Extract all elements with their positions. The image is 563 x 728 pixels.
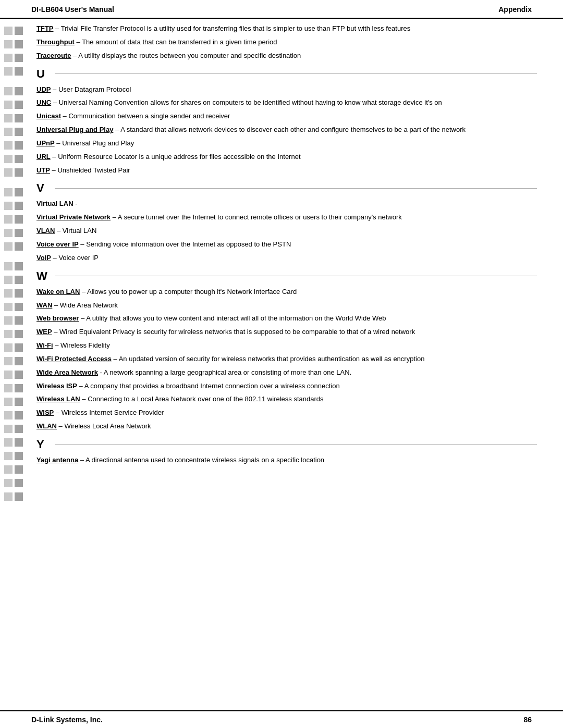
tftp-entry: TFTP – Trivial File Transfer Protocol is… xyxy=(36,24,537,34)
y-section-header: Y xyxy=(36,438,537,451)
wifi-protected-entry: Wi-Fi Protected Access – An updated vers… xyxy=(36,354,537,364)
y-section-line xyxy=(55,444,537,445)
header-appendix: Appendix xyxy=(498,5,532,14)
wake-on-lan-entry: Wake on LAN – Allows you to power up a c… xyxy=(36,287,537,297)
w-section-entries: Wake on LAN – Allows you to power up a c… xyxy=(36,287,537,431)
wireless-isp-entry: Wireless ISP – A company that provides a… xyxy=(36,381,537,391)
sidebar xyxy=(0,24,31,701)
wifi-entry: Wi-Fi – Wireless Fidelity xyxy=(36,341,537,351)
main-content: TFTP – Trivial File Transfer Protocol is… xyxy=(31,24,563,701)
voip-full-entry: Voice over IP – Sending voice informatio… xyxy=(36,240,537,250)
page-content: TFTP – Trivial File Transfer Protocol is… xyxy=(0,19,563,701)
virtual-lan-entry: Virtual LAN - xyxy=(36,199,537,209)
wan-entry: WAN – Wide Area Network xyxy=(36,301,537,311)
unc-entry: UNC – Universal Naming Convention allows… xyxy=(36,98,537,108)
w-section-header: W xyxy=(36,269,537,283)
url-entry: URL – Uniform Resource Locator is a uniq… xyxy=(36,152,537,162)
page-footer: D-Link Systems, Inc. 86 xyxy=(0,710,563,728)
traceroute-entry: Traceroute – A utility displays the rout… xyxy=(36,51,537,61)
u-letter: U xyxy=(36,67,50,81)
utp-entry: UTP – Unshielded Twisted Pair xyxy=(36,166,537,176)
wireless-lan-entry: Wireless LAN – Connecting to a Local Are… xyxy=(36,394,537,404)
wide-area-network-entry: Wide Area Network - A network spanning a… xyxy=(36,368,537,378)
wep-entry: WEP – Wired Equivalent Privacy is securi… xyxy=(36,327,537,337)
wlan-entry: WLAN – Wireless Local Area Network xyxy=(36,422,537,431)
u-section-header: U xyxy=(36,67,537,81)
upnp-entry: UPnP – Universal Plug and Play xyxy=(36,139,537,149)
voip-entry: VoIP – Voice over IP xyxy=(36,253,537,263)
footer-company: D-Link Systems, Inc. xyxy=(31,715,103,724)
unicast-entry: Unicast – Communication between a single… xyxy=(36,112,537,121)
footer-page-number: 86 xyxy=(523,715,532,724)
w-letter: W xyxy=(36,269,50,283)
vpn-entry: Virtual Private Network – A secure tunne… xyxy=(36,213,537,223)
header-title: DI-LB604 User's Manual xyxy=(31,5,114,14)
udp-entry: UDP – User Datagram Protocol xyxy=(36,85,537,95)
y-section-entries: Yagi antenna – A directional antenna use… xyxy=(36,455,537,465)
u-section-line xyxy=(55,73,537,74)
wisp-entry: WISP – Wireless Internet Service Provide… xyxy=(36,408,537,418)
y-letter: Y xyxy=(36,438,50,451)
web-browser-entry: Web browser – A utility that allows you … xyxy=(36,314,537,324)
page-header: DI-LB604 User's Manual Appendix xyxy=(0,0,563,19)
yagi-entry: Yagi antenna – A directional antenna use… xyxy=(36,455,537,465)
t-section-entries: TFTP – Trivial File Transfer Protocol is… xyxy=(36,24,537,61)
upnp-full-entry: Universal Plug and Play – A standard tha… xyxy=(36,125,537,135)
v-section-line xyxy=(55,188,537,189)
throughput-entry: Throughput – The amount of data that can… xyxy=(36,38,537,47)
v-section-entries: Virtual LAN - Virtual Private Network – … xyxy=(36,199,537,263)
v-section-header: V xyxy=(36,181,537,195)
u-section-entries: UDP – User Datagram Protocol UNC – Unive… xyxy=(36,85,537,176)
vlan-entry: VLAN – Virtual LAN xyxy=(36,226,537,236)
sidebar-blocks xyxy=(4,24,31,504)
v-letter: V xyxy=(36,181,50,195)
w-section-line xyxy=(55,276,537,276)
